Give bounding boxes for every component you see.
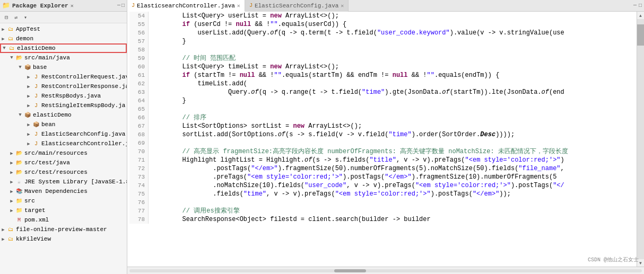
scroll-thumb[interactable] (637, 24, 644, 46)
line-num-60: 60 (129, 63, 149, 71)
tree-item-elasticdemo[interactable]: ▼ 🗂 elasticDemo (0, 43, 127, 53)
panel-title: Package Explorer (12, 3, 68, 9)
line-num-77: 77 (129, 207, 149, 215)
tree-container[interactable]: ▶ 🗂 AppTest ▶ 🗂 demon ▼ 🗂 elasticDemo ▼ … (0, 23, 127, 274)
line-content-62: timeList.add( (152, 79, 247, 88)
tree-label-target: target (24, 207, 46, 214)
scroll-up-button[interactable]: ▲ (637, 12, 645, 19)
panel-toolbar: ⊟ ⇌ ▾ (0, 12, 127, 23)
tree-item-kkfileview[interactable]: ▶ 🗂 kkFileView (0, 234, 127, 244)
tree-item-maven[interactable]: ▶ 📚 Maven Dependencies (0, 187, 127, 196)
tree-item-rcr[interactable]: ▶ J RestControllerRequest.java (0, 72, 127, 82)
hscroll-track[interactable] (129, 269, 642, 272)
line-num-72: 72 (129, 164, 149, 173)
tab-close-2[interactable]: ✕ (341, 3, 344, 9)
line-content-65 (152, 105, 155, 113)
hscroll-thumb[interactable] (334, 269, 366, 272)
tree-item-filepreview[interactable]: ▶ 🗂 file-online-preview-master (0, 225, 127, 234)
tree-label-src: src (24, 198, 35, 204)
line-content-77: // 调用es搜索引擎 (152, 207, 240, 215)
code-line-72: 72 .postTags("</em>").fragmentSize(50).n… (129, 164, 634, 173)
line-num-62: 62 (129, 79, 149, 88)
tree-item-rrb[interactable]: ▶ J RestRspBodys.java (0, 91, 127, 101)
java-icon-ec: J (32, 139, 40, 148)
tree-item-target[interactable]: ▶ 📁 target (0, 206, 127, 215)
maximize-button[interactable]: □ (121, 3, 125, 8)
line-num-63: 63 (129, 88, 149, 96)
tree-item-base[interactable]: ▼ 📦 base (0, 63, 127, 72)
arrow-src: ▶ (8, 198, 15, 204)
tree-label-maven: Maven Dependencies (24, 188, 88, 195)
view-menu-button[interactable]: ▾ (21, 13, 30, 22)
line-content-59: // 时间 范围匹配 (152, 54, 236, 63)
tree-item-demon[interactable]: ▶ 🗂 demon (0, 34, 127, 43)
line-content-69 (152, 139, 155, 147)
arrow-str: ▶ (8, 170, 15, 175)
tree-label-src-test-res: src/test/resources (24, 169, 88, 175)
line-content-78: SearchResponse<Object> filestd = client.… (152, 215, 431, 224)
collapse-all-button[interactable]: ⊟ (2, 13, 11, 22)
horizontal-scrollbar[interactable] (127, 267, 644, 274)
scroll-track[interactable] (637, 19, 644, 259)
tree-item-src-test-res[interactable]: ▶ 📂 src/test/resources (0, 167, 127, 177)
line-num-78: 78 (129, 215, 149, 224)
code-line-70: 70 // 高亮显示 fragmentSize:高亮字段内容长度 numberO… (129, 147, 634, 156)
line-content-64: } (152, 96, 186, 105)
package-icon-elasticdemo: 📦 (23, 111, 32, 119)
tree-label-ec: ElasticsearchController.ja (41, 140, 127, 147)
tree-label-src-main-res: src/main/resources (24, 150, 88, 156)
tree-item-rsirb[interactable]: ▶ J RestSingleItemRspBody.ja (0, 101, 127, 110)
line-content-57: } (152, 37, 186, 46)
tree-item-src[interactable]: ▶ 📁 src (0, 196, 127, 206)
vertical-scrollbar[interactable]: ▲ ▼ (637, 12, 644, 267)
maven-icon: 📚 (15, 187, 23, 196)
tree-label-rrb: RestRspBodys.java (41, 93, 101, 99)
jre-icon: ☕ (15, 178, 23, 186)
arrow-esc: ▶ (25, 131, 32, 137)
tab-java-icon-2: J (249, 3, 253, 8)
line-content-68: sortList.add(SortOptions.of(s -> s.field… (152, 130, 515, 139)
tree-item-elasticdemo-pkg[interactable]: ▼ 📦 elasticDemo (0, 110, 127, 120)
tree-item-src-test-java[interactable]: ▶ 📂 src/test/java (0, 158, 127, 167)
line-num-56: 56 (129, 29, 149, 37)
tree-item-src-main-res[interactable]: ▶ 📂 src/main/resources (0, 148, 127, 158)
arrow-kkfileview: ▶ (0, 236, 6, 242)
tree-item-jre[interactable]: ▶ ☕ JRE System Library [JavaSE-1.8] (0, 177, 127, 187)
tree-label-demon: demon (16, 36, 33, 42)
code-line-67: 67 List<SortOptions> sortList = new Arra… (129, 122, 634, 130)
tab-close-1[interactable]: ✕ (237, 3, 240, 9)
project-icon: 🗂 (6, 25, 15, 33)
code-content[interactable]: 54 List<Query> userList = new ArrayList<… (127, 12, 637, 267)
tree-label-apptest: AppTest (16, 26, 40, 32)
line-content-54: List<Query> userList = new ArrayList<>()… (152, 12, 339, 20)
maximize-editor-button[interactable]: □ (639, 3, 642, 8)
line-content-73: .preTags("<em style='color:red;'>").post… (152, 173, 556, 181)
tree-item-esc[interactable]: ▶ J ElasticSearchConfig.java (0, 129, 127, 139)
package-icon-base: 📦 (23, 63, 32, 72)
java-icon-rcrsp: J (32, 82, 40, 91)
tree-item-bean[interactable]: ▶ 📦 bean (0, 120, 127, 129)
arrow-rrb: ▶ (25, 93, 32, 99)
line-content-71: Highlight lightList = Highlight.of(s -> … (152, 156, 564, 164)
line-num-75: 75 (129, 190, 149, 198)
arrow-smr: ▶ (8, 151, 15, 156)
tree-item-pom[interactable]: ▶ M pom.xml (0, 215, 127, 225)
line-content-76 (152, 198, 155, 207)
scroll-down-button[interactable]: ▼ (637, 259, 645, 267)
arrow-elasticdemo-pkg: ▼ (17, 112, 23, 118)
minimize-editor-button[interactable]: ─ (633, 3, 637, 8)
tree-item-apptest[interactable]: ▶ 🗂 AppTest (0, 24, 127, 34)
project-icon-filepreview: 🗂 (6, 225, 15, 234)
panel-close-button[interactable]: ✕ (71, 3, 74, 9)
tree-label-pom: pom.xml (24, 217, 49, 223)
line-content-58 (152, 46, 155, 54)
minimize-button[interactable]: ─ (117, 3, 120, 8)
tab-elasticsearch-controller[interactable]: J ElasticsearchController.java ✕ (127, 0, 245, 12)
source-folder-icon: 📂 (15, 54, 23, 62)
tree-item-rcrsp[interactable]: ▶ J RestControllerResponse.ja (0, 82, 127, 91)
code-line-78: 78 SearchResponse<Object> filestd = clie… (129, 215, 634, 224)
tree-item-ec[interactable]: ▶ J ElasticsearchController.ja (0, 139, 127, 148)
link-with-editor-button[interactable]: ⇌ (12, 13, 20, 22)
tree-item-src-main-java[interactable]: ▼ 📂 src/main/java (0, 53, 127, 63)
tab-elastic-search-config[interactable]: J ElasticSearchConfig.java ✕ (245, 0, 349, 12)
